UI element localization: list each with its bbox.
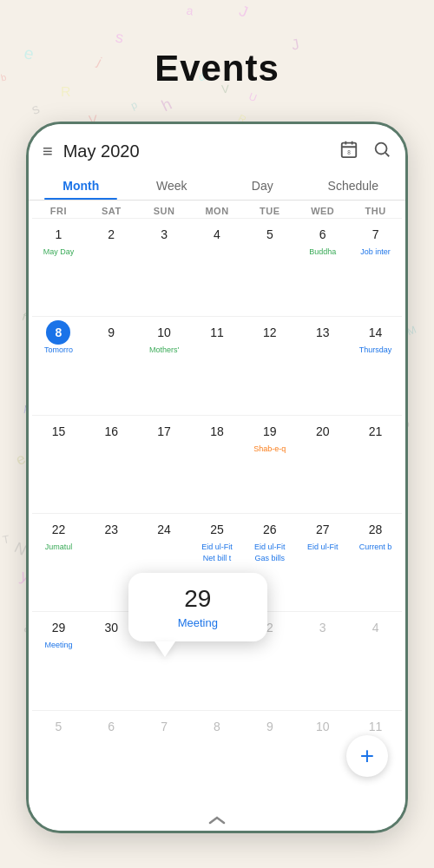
day-num-21: 21 (364, 419, 388, 444)
tab-schedule[interactable]: Schedule (308, 170, 399, 200)
event-jumatul: Jumatul (34, 542, 83, 553)
event-meeting29: Meeting (34, 641, 83, 651)
day-9[interactable]: 9 (85, 317, 138, 414)
svg-line-6 (385, 153, 389, 156)
event-job-inter: Job inter (351, 247, 400, 258)
tab-month[interactable]: Month (36, 170, 127, 200)
calendar-grid: 1 May Day 2 3 4 5 (29, 218, 405, 808)
tab-bar: Month Week Day Schedule (29, 170, 405, 201)
dow-sat: SAT (85, 206, 138, 216)
tab-week[interactable]: Week (127, 170, 218, 200)
header-icons: 8 (339, 140, 391, 163)
phone-frame: ≡ May 2020 8 (26, 122, 408, 833)
day-num-19: 19 (258, 419, 282, 444)
day-num-30: 30 (99, 615, 123, 640)
day-num-12: 12 (258, 320, 282, 345)
dow-sun: SUN (138, 206, 191, 216)
month-year-title: May 2020 (63, 141, 339, 161)
day-next-5[interactable]: 5 (32, 711, 85, 808)
day-12[interactable]: 12 (243, 317, 296, 414)
event-may-day: May Day (34, 247, 83, 258)
day-18[interactable]: 18 (191, 416, 244, 513)
event-eid25b: Net bill t (193, 554, 242, 564)
dow-wed: WED (296, 206, 349, 216)
event-shab: Shab-e-q (245, 444, 294, 455)
calendar-container: 1 May Day 2 3 4 5 (29, 218, 405, 808)
day-num-9: 9 (99, 320, 123, 345)
day-num-6: 6 (311, 222, 335, 247)
day-num-4: 4 (205, 222, 229, 247)
day-20[interactable]: 20 (296, 416, 349, 513)
day-4[interactable]: 4 (191, 219, 244, 316)
day-next-6[interactable]: 6 (85, 711, 138, 808)
event-eid26a: Eid ul-Fit (245, 542, 294, 553)
event-mothers: Mothers' (140, 345, 189, 356)
day-num-next7: 7 (152, 714, 176, 739)
day-19[interactable]: 19 Shab-e-q (243, 416, 296, 513)
day-6[interactable]: 6 Buddha (296, 219, 349, 316)
phone-inner: ≡ May 2020 8 (29, 124, 405, 831)
day-29[interactable]: 29 Meeting (32, 612, 85, 709)
dow-thu: THU (349, 206, 402, 216)
day-next-4[interactable]: 4 (349, 612, 402, 709)
dow-mon: MON (191, 206, 244, 216)
day-23[interactable]: 23 29 Meeting (85, 514, 138, 611)
day-7[interactable]: 7 Job inter (349, 219, 402, 316)
day-5[interactable]: 5 (243, 219, 296, 316)
day-num-next8: 8 (205, 714, 229, 739)
calendar-icon[interactable]: 8 (339, 140, 358, 163)
popup-tooltip: 29 Meeting (128, 573, 267, 641)
day-17[interactable]: 17 (138, 416, 191, 513)
day-11[interactable]: 11 (191, 317, 244, 414)
day-num-8-today: 8 (46, 320, 70, 345)
day-num-24: 24 (152, 517, 176, 542)
day-1[interactable]: 1 May Day (32, 219, 85, 316)
popup-arrow (155, 641, 175, 657)
day-num-18: 18 (205, 419, 229, 444)
day-num-next6: 6 (99, 714, 123, 739)
day-num-11: 11 (205, 320, 229, 345)
day-num-15: 15 (46, 419, 70, 444)
search-icon[interactable] (372, 140, 391, 163)
event-tomorro: Tomorro (34, 345, 83, 356)
day-num-next3: 3 (311, 615, 335, 640)
tab-day[interactable]: Day (217, 170, 308, 200)
menu-icon[interactable]: ≡ (43, 141, 53, 161)
day-13[interactable]: 13 (296, 317, 349, 414)
day-next-8[interactable]: 8 (191, 711, 244, 808)
day-21[interactable]: 21 (349, 416, 402, 513)
dow-tue: TUE (243, 206, 296, 216)
day-next-9[interactable]: 9 (243, 711, 296, 808)
day-num-1: 1 (46, 222, 70, 247)
day-3[interactable]: 3 (138, 219, 191, 316)
day-2[interactable]: 2 (85, 219, 138, 316)
svg-text:8: 8 (347, 149, 351, 155)
popup-day: 29 (142, 585, 253, 613)
event-eid25a: Eid ul-Fit (193, 542, 242, 553)
event-thursday: Thursday (351, 345, 400, 356)
calendar-week-2: 8 Tomorro 9 10 Mothers' 11 12 (32, 316, 402, 414)
day-next-7[interactable]: 7 (138, 711, 191, 808)
day-15[interactable]: 15 (32, 416, 85, 513)
swipe-handle[interactable] (29, 808, 405, 831)
day-27[interactable]: 27 Eid ul-Fit (296, 514, 349, 611)
day-num-17: 17 (152, 419, 176, 444)
day-num-next9: 9 (258, 714, 282, 739)
day-14[interactable]: 14 Thursday (349, 317, 402, 414)
day-8[interactable]: 8 Tomorro (32, 317, 85, 414)
day-16[interactable]: 16 (85, 416, 138, 513)
calendar-week-4: 22 Jumatul 23 29 Meeting 24 (32, 513, 402, 611)
day-num-13: 13 (311, 320, 335, 345)
day-28[interactable]: 28 Current b (349, 514, 402, 611)
fab-add-button[interactable]: + (346, 735, 388, 777)
day-next-10[interactable]: 10 (296, 711, 349, 808)
day-next-3[interactable]: 3 (296, 612, 349, 709)
calendar-week-1: 1 May Day 2 3 4 5 (32, 218, 402, 316)
day-num-10: 10 (152, 320, 176, 345)
day-10[interactable]: 10 Mothers' (138, 317, 191, 414)
event-eid27: Eid ul-Fit (298, 542, 347, 553)
day-22[interactable]: 22 Jumatul (32, 514, 85, 611)
dow-fri: FRI (32, 206, 85, 216)
day-num-next5: 5 (46, 714, 70, 739)
day-num-26: 26 (258, 517, 282, 542)
